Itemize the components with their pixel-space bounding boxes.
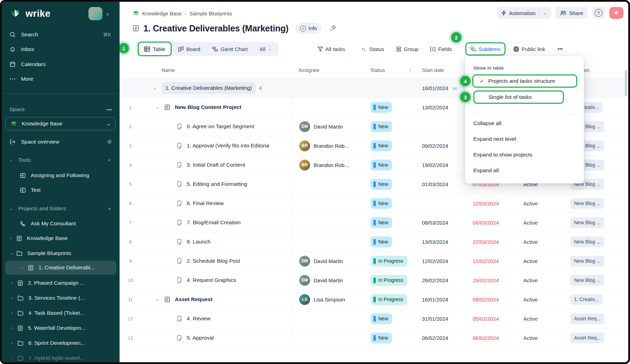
assignee-avatar[interactable]: BR — [299, 160, 310, 170]
status-chip[interactable]: New — [371, 198, 392, 209]
table-row[interactable]: 13 ⌄ 5. Approval New 06/02/2024 06/02/20… — [120, 328, 628, 348]
sidebar-item-blueprint-6[interactable]: › 6. Sprint Developmen... — [2, 336, 120, 350]
menu-option-projects-structure[interactable]: ✓ Projects and tasks structure — [472, 74, 577, 88]
sidebar-item-blueprint-7[interactable]: › 7. Hybrid Agile-waterf... — [2, 351, 120, 362]
tab-gantt[interactable]: Gantt Chart — [206, 46, 254, 52]
status-chip[interactable]: New — [371, 160, 392, 170]
assignee-avatar[interactable]: BR — [299, 140, 310, 151]
location-chip[interactable]: Asset Req... — [570, 333, 604, 343]
sidebar-item-assigning[interactable]: Assigning and Following — [2, 168, 120, 182]
start-date[interactable]: 13/02/2024 — [422, 104, 448, 110]
status-chip[interactable]: New — [371, 121, 392, 132]
status-chip[interactable]: In Progress — [371, 275, 407, 286]
user-avatar[interactable] — [88, 7, 102, 20]
sort-status[interactable]: ↑↓ Status — [361, 42, 384, 56]
menu-expand-all[interactable]: Expand all — [473, 167, 499, 174]
sidebar-item-blueprint-2[interactable]: › 2. Phased Campaign ... — [2, 276, 120, 290]
group-button[interactable]: Group — [396, 42, 418, 56]
start-date[interactable]: 06/02/2024 — [422, 335, 448, 341]
sidebar-item-blueprint-4[interactable]: › 4. Task Based (Ticket... — [2, 306, 120, 320]
sort-arrow-icon[interactable]: ↑ — [409, 67, 412, 73]
start-date[interactable]: 16/01/2024 — [422, 85, 448, 91]
sidebar-item-search[interactable]: Search ⌘K — [2, 28, 120, 42]
location-chip[interactable]: New Blog ... — [570, 198, 604, 209]
due-date[interactable]: 08/03/2024 — [473, 220, 499, 226]
gear-icon[interactable]: ⚙ — [107, 139, 112, 145]
status-chip[interactable]: New — [371, 236, 392, 247]
table-row[interactable]: 11 ⌄ Asset Request LS Lisa Simpson In Pr… — [120, 290, 628, 309]
header-name[interactable]: Name — [145, 67, 292, 73]
sidebar-item-space-overview[interactable]: Space overview ⚙ — [2, 135, 120, 149]
toolbar-more-icon[interactable]: ••• — [558, 42, 563, 56]
vertical-scrollbar[interactable] — [625, 70, 627, 96]
sidebar-item-blueprint-3[interactable]: › 3. Services Timeline (... — [2, 291, 120, 305]
table-row[interactable]: 9 ⌄ 2. Schedule Blog Post DM David Marti… — [120, 252, 628, 271]
automation-button[interactable]: Automation ⌄ — [497, 7, 551, 19]
chevron-down-icon[interactable]: ⌄ — [155, 105, 160, 110]
task-name[interactable]: 5. Editing and Formatting — [187, 181, 247, 187]
due-date[interactable]: 06/02/2024 — [473, 335, 499, 341]
menu-option-single-list[interactable]: Single list of tasks — [473, 90, 564, 104]
start-date[interactable]: 31/01/2024 — [422, 316, 448, 322]
chevron-down-icon[interactable]: ⌄ — [155, 297, 160, 302]
task-name[interactable]: 2. Schedule Blog Post — [187, 258, 240, 264]
task-name[interactable]: 3. Initial Draft of Content — [187, 162, 245, 168]
task-name[interactable]: 0. Agree on Target Segment — [187, 123, 254, 130]
sidebar-item-test[interactable]: Test — [2, 183, 120, 197]
due-date[interactable]: 12/02/2024 — [473, 258, 499, 264]
task-name[interactable]: 6. Final Review — [187, 200, 224, 206]
task-name[interactable]: 1. Approval (Verify fits into Editoria — [187, 143, 269, 149]
task-name[interactable]: 4. Request Graphics — [187, 277, 236, 283]
location-chip[interactable]: New Blog ... — [570, 256, 604, 267]
assignee-avatar[interactable]: DM — [299, 256, 310, 267]
header-assignee[interactable]: Assignee — [292, 67, 366, 73]
start-date[interactable]: 01/03/2024 — [422, 181, 448, 187]
sidebar-item-knowledge-base[interactable]: › Knowledge Base — [2, 231, 120, 245]
sidebar-item-more[interactable]: More — [2, 72, 120, 86]
view-scope-dropdown[interactable]: All ⌄ — [253, 46, 277, 52]
location-chip[interactable]: 1. Creativ... — [570, 294, 603, 305]
due-date[interactable]: 05/02/2024 — [473, 316, 499, 322]
task-name[interactable]: 7. Blog/Email Creation — [187, 219, 241, 226]
chevron-down-icon[interactable]: ⌄ — [152, 86, 158, 90]
task-name[interactable]: 4. Review — [187, 315, 210, 322]
task-name[interactable]: Asset Request — [175, 296, 213, 303]
tab-table[interactable]: Table — [138, 42, 172, 56]
info-button[interactable]: i Info — [295, 23, 321, 34]
start-date[interactable]: 16/01/2024 — [422, 297, 448, 303]
status-chip[interactable]: New — [371, 333, 392, 343]
due-date[interactable]: 26/02/2024 — [473, 277, 499, 283]
tools-section-header[interactable]: ⌄ Tools ＋ — [2, 153, 120, 167]
status-chip[interactable]: New — [371, 140, 392, 151]
table-row[interactable]: 6 ⌄ 6. Final Review New 12/03/2024 Acti — [120, 194, 628, 213]
assignee-avatar[interactable]: LS — [299, 294, 310, 305]
location-chip[interactable]: New Blog ... — [570, 275, 604, 286]
header-start-date[interactable]: Start date — [418, 67, 469, 73]
sidebar-item-sample-blueprints[interactable]: ⌄ Sample Blueprints — [2, 246, 120, 260]
tools-add-icon[interactable]: ＋ — [107, 157, 112, 163]
filter-all-tasks[interactable]: All tasks — [317, 42, 345, 56]
space-options-icon[interactable]: ••• — [106, 107, 112, 112]
table-row[interactable]: 7 ⌄ 7. Blog/Email Creation New 08/03/202… — [120, 213, 628, 232]
sidebar-item-calendars[interactable]: Calendars — [2, 57, 120, 71]
breadcrumb-knowledge-base[interactable]: Knowledge Base — [142, 10, 182, 16]
fields-button[interactable]: Fields — [430, 42, 452, 56]
public-link-button[interactable]: Public link — [513, 42, 545, 56]
assignee-avatar[interactable]: DM — [299, 121, 310, 132]
assignee-avatar[interactable]: DM — [299, 275, 310, 286]
task-name[interactable]: 8. Launch — [187, 239, 210, 245]
due-date[interactable]: 22/03/2024 — [473, 239, 499, 245]
sidebar-item-inbox[interactable]: Inbox — [2, 42, 120, 56]
table-row[interactable]: 10 ⌄ 4. Request Graphics DM David Martin… — [120, 271, 628, 290]
sidebar-collapse-icon[interactable]: ‹ — [107, 10, 109, 18]
help-button[interactable]: ? — [592, 7, 605, 19]
location-chip[interactable]: New Blog ... — [570, 236, 604, 247]
table-row[interactable]: 12 ⌄ 4. Review New 31/01/2024 05/02/2024 — [120, 309, 628, 328]
add-button[interactable]: + — [609, 7, 623, 19]
task-name[interactable]: 5. Approval — [187, 335, 214, 341]
start-date[interactable]: 19/02/2024 — [422, 162, 448, 168]
menu-expand-show-projects[interactable]: Expand to show projects — [473, 152, 532, 158]
chevron-down-icon[interactable]: ⌄ — [543, 10, 546, 15]
projects-section-header[interactable]: ⌄ Projects and folders ＋ — [2, 202, 120, 216]
start-date[interactable]: 13/03/2024 — [422, 239, 448, 245]
